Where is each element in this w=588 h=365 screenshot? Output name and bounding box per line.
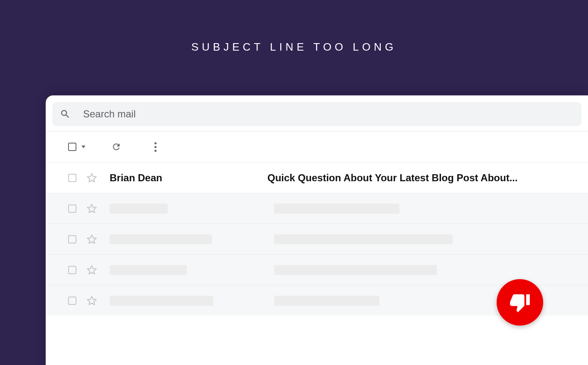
thumbs-down-icon: [509, 292, 531, 313]
mail-window: Brian Dean Quick Question About Your Lat…: [46, 95, 588, 365]
placeholder-sender: [110, 204, 168, 214]
refresh-icon: [111, 142, 121, 152]
row-checkbox[interactable]: [67, 296, 79, 306]
placeholder-subject: [274, 296, 380, 306]
message-row[interactable]: Brian Dean Quick Question About Your Lat…: [46, 162, 588, 193]
more-vertical-icon: [154, 142, 157, 144]
row-star[interactable]: [86, 173, 103, 183]
placeholder-sender: [110, 234, 212, 244]
svg-rect-0: [69, 143, 76, 151]
checkbox-icon: [67, 204, 77, 214]
star-outline-icon: [86, 295, 97, 306]
row-star[interactable]: [86, 203, 103, 214]
search-input[interactable]: [83, 108, 574, 120]
page-heading: SUBJECT LINE TOO LONG: [0, 41, 588, 54]
row-star[interactable]: [86, 234, 103, 245]
toolbar: [46, 131, 588, 162]
row-checkbox[interactable]: [67, 204, 79, 214]
svg-rect-2: [69, 205, 76, 212]
star-outline-icon: [86, 173, 97, 183]
row-star[interactable]: [86, 295, 103, 306]
verdict-badge: [497, 279, 543, 326]
placeholder-subject: [274, 204, 399, 214]
search-bar-container: [46, 95, 588, 131]
svg-rect-3: [69, 236, 76, 243]
star-outline-icon: [86, 203, 97, 214]
message-subject: Quick Question About Your Latest Blog Po…: [267, 172, 518, 184]
message-row-placeholder: [46, 224, 588, 254]
message-sender: Brian Dean: [110, 172, 267, 184]
placeholder-subject: [274, 234, 453, 244]
more-button[interactable]: [147, 139, 164, 155]
placeholder-subject: [274, 265, 437, 275]
svg-rect-5: [69, 297, 76, 304]
checkbox-icon: [67, 265, 77, 275]
checkbox-icon: [67, 173, 77, 183]
svg-rect-1: [69, 174, 76, 182]
checkbox-icon: [67, 142, 77, 152]
row-star[interactable]: [86, 265, 103, 275]
star-outline-icon: [86, 265, 97, 275]
select-all-checkbox[interactable]: [67, 142, 86, 152]
refresh-button[interactable]: [108, 139, 125, 155]
row-checkbox[interactable]: [67, 234, 79, 244]
svg-rect-4: [69, 266, 76, 274]
star-outline-icon: [86, 234, 97, 245]
row-checkbox[interactable]: [67, 265, 79, 275]
message-row-placeholder: [46, 254, 588, 285]
chevron-down-icon: [81, 146, 86, 148]
placeholder-sender: [110, 296, 213, 306]
search-icon: [60, 109, 71, 119]
placeholder-sender: [110, 265, 187, 275]
checkbox-icon: [67, 234, 77, 244]
checkbox-icon: [67, 296, 77, 306]
row-checkbox[interactable]: [67, 173, 79, 183]
search-bar[interactable]: [52, 102, 581, 126]
message-row-placeholder: [46, 193, 588, 224]
